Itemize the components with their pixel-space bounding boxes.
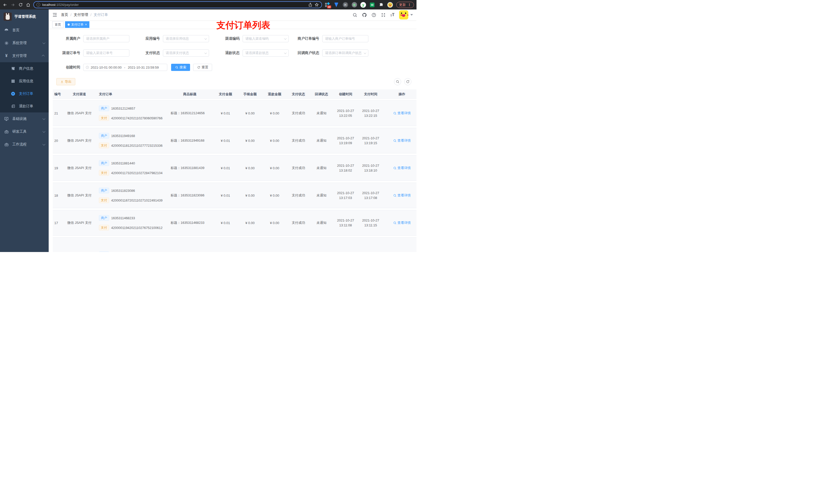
filter-label-app: 应用编号 [133, 37, 163, 41]
table-body: 21 微信 JSAPI 支付 商户 1635312124657 支付 42000… [53, 101, 416, 252]
share-icon[interactable] [308, 3, 312, 7]
export-button[interactable]: 导出 [56, 78, 75, 85]
command-extension-icon[interactable]: ⌘ [342, 2, 348, 8]
refund-status-select[interactable]: 请选择退款状态 [243, 49, 289, 56]
filter-label-merchant-order-no: 商户订单编号 [292, 37, 322, 41]
create-time: 2021-10-2713:18:02 [333, 163, 358, 173]
pay-tag: 支付 [99, 197, 109, 203]
chevron-up-icon [42, 55, 45, 57]
magnifier-icon [393, 194, 397, 197]
app-select[interactable]: 请选择应用信息 [163, 35, 209, 42]
pay-channel: 微信 JSAPI 支付 [64, 193, 95, 198]
sidebar-item-infra[interactable]: 基础设施 [0, 113, 49, 125]
view-detail-link[interactable]: 查看详情 [393, 220, 411, 225]
user-menu[interactable] [399, 10, 413, 20]
browser-reload-icon[interactable] [18, 2, 23, 7]
date-end: 2021-10-31 23:59:59 [128, 66, 159, 69]
reset-button[interactable]: 重置 [193, 64, 212, 71]
merchant-select[interactable]: 请选择所属商户 [83, 35, 129, 42]
close-icon[interactable]: × [85, 23, 87, 26]
tag-pay-order[interactable]: 支付订单 × [65, 21, 89, 28]
channel-pay-no: 4200001174202110278060590766 [111, 116, 163, 120]
help-icon[interactable] [372, 13, 376, 18]
pay-time: 2021-10-2713:18:10 [358, 163, 383, 173]
refund-amount: ¥ 0.00 [262, 221, 287, 225]
pay-status: 支付成功 [287, 193, 310, 198]
browser-back-icon[interactable] [3, 2, 8, 7]
sidebar-item-merchant-info[interactable]: 商户信息 [0, 62, 49, 75]
search-icon[interactable] [353, 13, 357, 18]
extensions-puzzle-icon[interactable] [378, 2, 384, 8]
download-icon [60, 80, 64, 83]
channel-order-no-input[interactable]: 请输入渠道订单号 [83, 49, 129, 56]
pay-order-table: 编号 支付渠道 支付订单 商品标题 支付金额 手续金额 退款金额 支付状态 回调… [53, 89, 416, 252]
profile-avatar-icon[interactable] [387, 2, 393, 8]
merchant-order-no: 1635311823086 [111, 189, 135, 193]
table-row[interactable]: 19 微信 JSAPI 支付 商户 1635311881440 支付 42000… [53, 155, 416, 181]
channel-code-select[interactable]: 请输入渠道编码 [243, 35, 289, 42]
sidebar-item-refund-order[interactable]: 退款订单 [0, 100, 49, 113]
breadcrumb-home[interactable]: 首页 [61, 13, 68, 17]
y-extension-icon[interactable]: y [360, 2, 366, 8]
table-header: 编号 支付渠道 支付订单 商品标题 支付金额 手续金额 退款金额 支付状态 回调… [53, 89, 416, 99]
sketch-extension-icon[interactable] [334, 2, 339, 8]
sidebar-item-home[interactable]: 首页 [0, 24, 49, 37]
menu-fold-icon[interactable] [52, 12, 57, 18]
actions-cell: 查看详情 [383, 166, 416, 170]
search-icon [175, 66, 178, 69]
channel-pay-no: 4200001173202110272847982104 [111, 171, 163, 175]
pay-status-select[interactable]: 请选择支付状态 [163, 49, 209, 56]
fee-amount: ¥ 0.00 [238, 221, 262, 225]
recorder-extension-icon[interactable] [352, 2, 357, 8]
merchant-order-no-input[interactable]: 请输入商户订单编号 [322, 35, 368, 42]
table-row[interactable]: 商户 1635311351786 [53, 238, 416, 252]
font-size-icon[interactable]: TT [390, 13, 395, 17]
sidebar-item-pay-order[interactable]: ¥ 支付订单 [0, 87, 49, 100]
filter-label-merchant: 所属商户 [53, 37, 83, 41]
document-icon [11, 104, 15, 109]
sidebar-item-app-info[interactable]: 应用信息 [0, 75, 49, 87]
table-row[interactable]: 20 微信 JSAPI 支付 商户 1635311949168 支付 42000… [53, 128, 416, 153]
magnifier-icon [393, 166, 397, 170]
filter-label-refund-status: 退款状态 [212, 51, 243, 55]
app-logo[interactable]: 芋道管理系统 [0, 9, 49, 24]
view-detail-link[interactable]: 查看详情 [393, 166, 411, 170]
browser-forward-icon[interactable] [10, 2, 15, 7]
url-bar[interactable]: i localhost:1024/pay/order [33, 1, 322, 8]
bookmark-star-icon[interactable] [314, 3, 319, 7]
svg-text:¥: ¥ [12, 92, 14, 95]
toggle-search-button[interactable] [394, 78, 401, 85]
sidebar-item-workflow[interactable]: 工作流程 [0, 138, 49, 151]
table-row[interactable]: 18 微信 JSAPI 支付 商户 1635311823086 支付 42000… [53, 183, 416, 208]
refresh-table-button[interactable] [404, 78, 411, 85]
merchant-tag: 商户 [99, 251, 109, 252]
notify-status: 未通知 [310, 111, 333, 116]
notify-status-select[interactable]: 请选择订单回调商户状态 [322, 49, 368, 56]
browser-update-button[interactable]: 更新⋮ [396, 2, 414, 8]
tag-home[interactable]: 首页 [52, 21, 64, 28]
fullscreen-icon[interactable] [381, 13, 386, 18]
view-detail-link[interactable]: 查看详情 [393, 193, 411, 198]
breadcrumb-pay[interactable]: 支付管理 [74, 13, 88, 17]
pay-time: 2021-10-2713:22:15 [358, 108, 383, 118]
pay-channel: 微信 JSAPI 支付 [64, 111, 95, 116]
sidebar-item-system[interactable]: 系统管理 [0, 37, 49, 49]
pay-time: 2021-10-2713:17:08 [358, 191, 383, 200]
site-info-icon[interactable]: i [37, 3, 40, 7]
chat-extension-icon[interactable] [370, 2, 375, 8]
view-detail-link[interactable]: 查看详情 [393, 138, 411, 143]
chevron-down-icon [43, 41, 45, 44]
pay-amount: ¥ 0.01 [213, 112, 238, 115]
create-time-range-input[interactable]: 2021-10-01 00:00:00 - 2021-10-31 23:59:5… [83, 64, 167, 71]
sidebar-item-devtool[interactable]: 研发工具 [0, 125, 49, 138]
table-row[interactable]: 21 微信 JSAPI 支付 商户 1635312124657 支付 42000… [53, 101, 416, 126]
view-detail-link[interactable]: 查看详情 [393, 111, 411, 116]
pay-time: 2021-10-2713:11:15 [358, 218, 383, 228]
github-icon[interactable] [362, 13, 367, 18]
fee-amount: ¥ 0.00 [238, 112, 262, 115]
extension-badge-icon[interactable]: 10 [325, 2, 330, 8]
search-button[interactable]: 搜索 [171, 64, 190, 71]
browser-home-icon[interactable] [26, 2, 31, 7]
table-row[interactable]: 17 微信 JSAPI 支付 商户 1635311468233 支付 42000… [53, 210, 416, 235]
sidebar-item-pay[interactable]: ¥ 支付管理 [0, 49, 49, 62]
